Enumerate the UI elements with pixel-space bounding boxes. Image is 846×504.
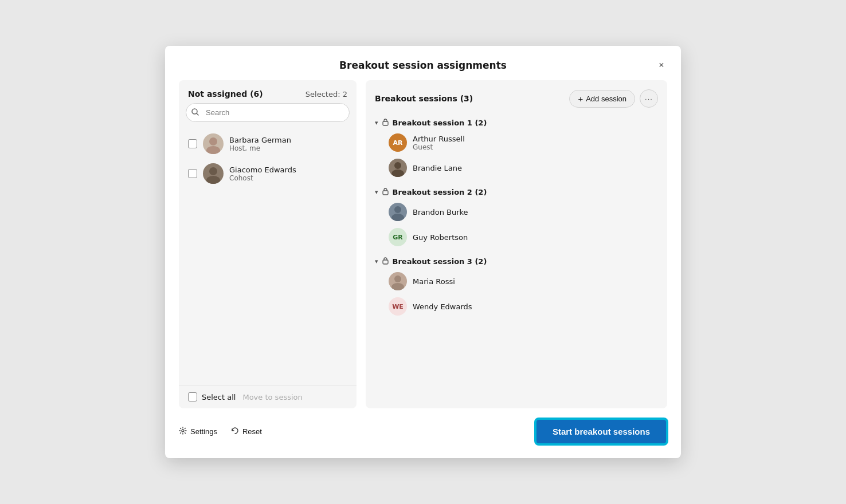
- member-name: Wendy Edwards: [413, 302, 472, 311]
- svg-point-7: [394, 162, 401, 169]
- avatar: GR: [389, 228, 407, 246]
- lock-icon: [382, 118, 389, 128]
- participant-info: Barbara German Host, me: [229, 136, 291, 152]
- search-icon: [191, 108, 199, 117]
- settings-button[interactable]: Settings: [179, 427, 217, 436]
- more-options-button[interactable]: ···: [640, 89, 658, 108]
- list-item: Barbara German Host, me: [183, 129, 352, 159]
- member-info: Brandie Lane: [413, 164, 462, 172]
- svg-rect-9: [383, 191, 388, 195]
- participant-name: Giacomo Edwards: [229, 166, 296, 174]
- modal-footer: Settings Reset Start breakout sessions: [165, 408, 681, 458]
- avatar: [389, 159, 407, 177]
- close-button[interactable]: ×: [653, 57, 669, 73]
- participant-checkbox-giacomo[interactable]: [188, 169, 197, 178]
- select-all-checkbox[interactable]: [188, 392, 197, 401]
- lock-icon: [382, 257, 389, 266]
- modal-title: Breakout session assignments: [339, 60, 507, 71]
- svg-point-4: [209, 167, 217, 175]
- plus-icon: +: [578, 94, 583, 104]
- not-assigned-panel: Not assigned (6) Selected: 2: [179, 80, 357, 408]
- chevron-down-icon: ▾: [375, 119, 378, 127]
- member-name: Brandie Lane: [413, 164, 462, 172]
- participant-list: Barbara German Host, me Giacomo Edward: [179, 127, 357, 385]
- modal-header: Breakout session assignments ×: [165, 46, 681, 80]
- left-panel-footer: Select all Move to session: [179, 385, 357, 408]
- svg-line-1: [197, 113, 198, 115]
- member-info: Brandon Burke: [413, 208, 468, 216]
- right-panel-header: Breakout sessions (3) + Add session ···: [366, 80, 667, 113]
- session-2-header[interactable]: ▾ Breakout session 2 (2): [370, 183, 663, 199]
- search-box: [186, 103, 350, 122]
- avatar: [389, 272, 407, 290]
- svg-point-5: [206, 176, 220, 184]
- reset-icon: [231, 427, 239, 436]
- participant-checkbox-barbara[interactable]: [188, 139, 197, 148]
- avatar: [203, 163, 224, 184]
- participant-name: Barbara German: [229, 136, 291, 144]
- start-breakout-button[interactable]: Start breakout sessions: [535, 419, 667, 444]
- search-input[interactable]: [186, 103, 350, 122]
- session-member: Brandie Lane: [370, 155, 663, 180]
- settings-label: Settings: [190, 427, 217, 436]
- session-3-title: Breakout session 3 (2): [393, 257, 487, 266]
- participant-role: Cohost: [229, 174, 296, 182]
- member-info: Guy Robertson: [413, 233, 468, 242]
- session-1-title: Breakout session 1 (2): [393, 119, 487, 127]
- reset-button[interactable]: Reset: [231, 427, 262, 436]
- member-role: Guest: [413, 143, 465, 151]
- session-group-3: ▾ Breakout session 3 (2): [370, 252, 663, 319]
- svg-rect-12: [383, 260, 388, 264]
- add-session-button[interactable]: + Add session: [569, 90, 635, 108]
- svg-point-2: [209, 137, 217, 145]
- session-3-header[interactable]: ▾ Breakout session 3 (2): [370, 252, 663, 269]
- session-2-title: Breakout session 2 (2): [393, 188, 487, 196]
- session-member: Brandon Burke: [370, 199, 663, 225]
- svg-point-10: [394, 206, 401, 213]
- session-member: AR Arthur Russell Guest: [370, 130, 663, 155]
- session-member: GR Guy Robertson: [370, 225, 663, 250]
- right-panel-actions: + Add session ···: [569, 89, 658, 108]
- session-group-1: ▾ Breakout session 1 (2) AR: [370, 113, 663, 180]
- more-icon: ···: [645, 94, 653, 103]
- selected-count: Selected: 2: [306, 90, 347, 99]
- left-panel-header: Not assigned (6) Selected: 2: [179, 80, 357, 103]
- svg-point-11: [391, 214, 404, 221]
- select-all-label: Select all: [202, 393, 236, 401]
- reset-label: Reset: [242, 427, 262, 436]
- chevron-down-icon: ▾: [375, 258, 378, 265]
- session-member: WE Wendy Edwards: [370, 294, 663, 319]
- member-name: Arthur Russell: [413, 135, 465, 143]
- avatar: [203, 133, 224, 154]
- not-assigned-title: Not assigned (6): [188, 89, 263, 99]
- member-info: Wendy Edwards: [413, 302, 472, 311]
- member-name: Maria Rossi: [413, 277, 455, 286]
- member-name: Brandon Burke: [413, 208, 468, 216]
- lock-icon: [382, 187, 389, 197]
- modal-body: Not assigned (6) Selected: 2: [165, 80, 681, 408]
- avatar: AR: [389, 133, 407, 152]
- avatar: [389, 203, 407, 221]
- member-info: Arthur Russell Guest: [413, 135, 465, 151]
- add-session-label: Add session: [586, 94, 626, 103]
- member-name: Guy Robertson: [413, 233, 468, 242]
- member-info: Maria Rossi: [413, 277, 455, 286]
- svg-point-15: [182, 430, 184, 432]
- svg-point-8: [391, 170, 404, 177]
- breakout-sessions-panel: Breakout sessions (3) + Add session ··· …: [366, 80, 667, 408]
- chevron-down-icon: ▾: [375, 188, 378, 196]
- svg-point-13: [394, 275, 401, 282]
- avatar: WE: [389, 297, 407, 316]
- session-group-2: ▾ Breakout session 2 (2): [370, 183, 663, 250]
- start-label: Start breakout sessions: [553, 427, 650, 436]
- session-1-header[interactable]: ▾ Breakout session 1 (2): [370, 113, 663, 130]
- svg-point-14: [391, 283, 404, 290]
- footer-left: Settings Reset: [179, 427, 262, 436]
- select-all-wrap[interactable]: Select all: [188, 392, 236, 401]
- participant-info: Giacomo Edwards Cohost: [229, 166, 296, 182]
- svg-point-3: [206, 146, 220, 154]
- breakout-modal: Breakout session assignments × Not assig…: [165, 46, 681, 458]
- participant-role: Host, me: [229, 144, 291, 152]
- list-item: Giacomo Edwards Cohost: [183, 159, 352, 188]
- breakout-sessions-title: Breakout sessions (3): [375, 94, 473, 103]
